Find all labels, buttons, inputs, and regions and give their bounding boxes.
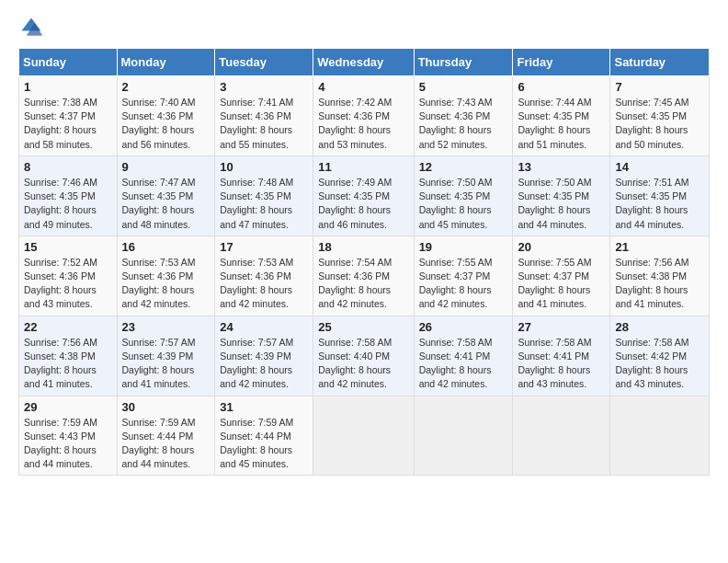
day-number: 9 xyxy=(122,160,210,174)
day-number: 23 xyxy=(122,320,210,334)
day-info: Sunrise: 7:57 AMSunset: 4:39 PMDaylight:… xyxy=(122,336,210,392)
day-number: 22 xyxy=(24,320,112,334)
dow-monday: Monday xyxy=(117,49,215,76)
dow-thursday: Thursday xyxy=(414,49,513,76)
calendar-week-row: 29Sunrise: 7:59 AMSunset: 4:43 PMDayligh… xyxy=(19,396,710,476)
calendar-week-row: 1Sunrise: 7:38 AMSunset: 4:37 PMDaylight… xyxy=(19,76,710,156)
day-info: Sunrise: 7:55 AMSunset: 4:37 PMDaylight:… xyxy=(518,256,605,312)
table-row: 1Sunrise: 7:38 AMSunset: 4:37 PMDaylight… xyxy=(19,76,118,156)
table-row: 12Sunrise: 7:50 AMSunset: 4:35 PMDayligh… xyxy=(414,155,513,236)
table-row: 2Sunrise: 7:40 AMSunset: 4:36 PMDaylight… xyxy=(117,76,215,156)
table-row xyxy=(610,396,710,476)
table-row: 30Sunrise: 7:59 AMSunset: 4:44 PMDayligh… xyxy=(117,396,215,476)
day-info: Sunrise: 7:48 AMSunset: 4:35 PMDaylight:… xyxy=(220,176,308,232)
day-number: 28 xyxy=(615,320,704,334)
day-number: 24 xyxy=(220,320,308,334)
dow-friday: Friday xyxy=(513,49,610,76)
table-row: 20Sunrise: 7:55 AMSunset: 4:37 PMDayligh… xyxy=(513,236,610,316)
day-number: 3 xyxy=(220,80,308,94)
table-row: 31Sunrise: 7:59 AMSunset: 4:44 PMDayligh… xyxy=(215,396,313,476)
dow-wednesday: Wednesday xyxy=(313,49,414,76)
day-info: Sunrise: 7:51 AMSunset: 4:35 PMDaylight:… xyxy=(615,176,704,232)
table-row: 14Sunrise: 7:51 AMSunset: 4:35 PMDayligh… xyxy=(610,155,710,236)
day-number: 16 xyxy=(122,240,210,254)
calendar-week-row: 15Sunrise: 7:52 AMSunset: 4:36 PMDayligh… xyxy=(19,236,710,316)
day-info: Sunrise: 7:59 AMSunset: 4:43 PMDaylight:… xyxy=(24,416,112,472)
day-number: 18 xyxy=(318,240,408,254)
table-row: 5Sunrise: 7:43 AMSunset: 4:36 PMDaylight… xyxy=(414,76,513,156)
table-row: 18Sunrise: 7:54 AMSunset: 4:36 PMDayligh… xyxy=(313,236,414,316)
table-row: 24Sunrise: 7:57 AMSunset: 4:39 PMDayligh… xyxy=(215,316,313,396)
day-info: Sunrise: 7:57 AMSunset: 4:39 PMDaylight:… xyxy=(220,336,308,392)
day-info: Sunrise: 7:58 AMSunset: 4:41 PMDaylight:… xyxy=(518,336,605,392)
table-row: 9Sunrise: 7:47 AMSunset: 4:35 PMDaylight… xyxy=(117,155,215,236)
day-number: 14 xyxy=(615,160,704,174)
table-row: 23Sunrise: 7:57 AMSunset: 4:39 PMDayligh… xyxy=(117,316,215,396)
logo xyxy=(18,15,48,40)
dow-tuesday: Tuesday xyxy=(215,49,313,76)
table-row: 26Sunrise: 7:58 AMSunset: 4:41 PMDayligh… xyxy=(414,316,513,396)
day-info: Sunrise: 7:42 AMSunset: 4:36 PMDaylight:… xyxy=(318,96,408,152)
table-row: 7Sunrise: 7:45 AMSunset: 4:35 PMDaylight… xyxy=(610,76,710,156)
day-info: Sunrise: 7:49 AMSunset: 4:35 PMDaylight:… xyxy=(318,176,408,232)
table-row xyxy=(313,396,414,476)
day-info: Sunrise: 7:54 AMSunset: 4:36 PMDaylight:… xyxy=(318,256,408,312)
dow-sunday: Sunday xyxy=(19,49,118,76)
calendar-week-row: 8Sunrise: 7:46 AMSunset: 4:35 PMDaylight… xyxy=(19,155,710,236)
table-row: 16Sunrise: 7:53 AMSunset: 4:36 PMDayligh… xyxy=(117,236,215,316)
day-info: Sunrise: 7:55 AMSunset: 4:37 PMDaylight:… xyxy=(419,256,508,312)
day-info: Sunrise: 7:41 AMSunset: 4:36 PMDaylight:… xyxy=(220,96,308,152)
table-row: 3Sunrise: 7:41 AMSunset: 4:36 PMDaylight… xyxy=(215,76,313,156)
day-number: 29 xyxy=(24,400,112,414)
day-number: 31 xyxy=(220,400,308,414)
day-number: 13 xyxy=(518,160,605,174)
day-number: 15 xyxy=(24,240,112,254)
table-row: 10Sunrise: 7:48 AMSunset: 4:35 PMDayligh… xyxy=(215,155,313,236)
table-row: 21Sunrise: 7:56 AMSunset: 4:38 PMDayligh… xyxy=(610,236,710,316)
day-number: 6 xyxy=(518,80,605,94)
day-info: Sunrise: 7:59 AMSunset: 4:44 PMDaylight:… xyxy=(122,416,210,472)
table-row: 11Sunrise: 7:49 AMSunset: 4:35 PMDayligh… xyxy=(313,155,414,236)
day-number: 2 xyxy=(122,80,210,94)
day-info: Sunrise: 7:58 AMSunset: 4:41 PMDaylight:… xyxy=(419,336,508,392)
day-info: Sunrise: 7:43 AMSunset: 4:36 PMDaylight:… xyxy=(419,96,508,152)
day-info: Sunrise: 7:50 AMSunset: 4:35 PMDaylight:… xyxy=(419,176,508,232)
day-info: Sunrise: 7:46 AMSunset: 4:35 PMDaylight:… xyxy=(24,176,112,232)
day-info: Sunrise: 7:38 AMSunset: 4:37 PMDaylight:… xyxy=(24,96,112,152)
day-info: Sunrise: 7:56 AMSunset: 4:38 PMDaylight:… xyxy=(24,336,112,392)
day-number: 27 xyxy=(518,320,605,334)
calendar-week-row: 22Sunrise: 7:56 AMSunset: 4:38 PMDayligh… xyxy=(19,316,710,396)
day-number: 7 xyxy=(615,80,704,94)
table-row xyxy=(513,396,610,476)
day-info: Sunrise: 7:59 AMSunset: 4:44 PMDaylight:… xyxy=(220,416,308,472)
table-row xyxy=(414,396,513,476)
table-row: 25Sunrise: 7:58 AMSunset: 4:40 PMDayligh… xyxy=(313,316,414,396)
day-number: 12 xyxy=(419,160,508,174)
day-number: 20 xyxy=(518,240,605,254)
calendar-table: SundayMondayTuesdayWednesdayThursdayFrid… xyxy=(18,48,710,476)
day-info: Sunrise: 7:45 AMSunset: 4:35 PMDaylight:… xyxy=(615,96,704,152)
calendar-body: 1Sunrise: 7:38 AMSunset: 4:37 PMDaylight… xyxy=(19,76,710,476)
day-info: Sunrise: 7:56 AMSunset: 4:38 PMDaylight:… xyxy=(615,256,704,312)
day-number: 30 xyxy=(122,400,210,414)
day-number: 17 xyxy=(220,240,308,254)
day-number: 1 xyxy=(24,80,112,94)
page-header xyxy=(18,15,710,40)
day-info: Sunrise: 7:58 AMSunset: 4:40 PMDaylight:… xyxy=(318,336,408,392)
day-number: 26 xyxy=(419,320,508,334)
day-info: Sunrise: 7:53 AMSunset: 4:36 PMDaylight:… xyxy=(220,256,308,312)
day-info: Sunrise: 7:58 AMSunset: 4:42 PMDaylight:… xyxy=(615,336,704,392)
table-row: 17Sunrise: 7:53 AMSunset: 4:36 PMDayligh… xyxy=(215,236,313,316)
day-number: 25 xyxy=(318,320,408,334)
table-row: 15Sunrise: 7:52 AMSunset: 4:36 PMDayligh… xyxy=(19,236,118,316)
table-row: 6Sunrise: 7:44 AMSunset: 4:35 PMDaylight… xyxy=(513,76,610,156)
dow-saturday: Saturday xyxy=(610,49,710,76)
day-number: 19 xyxy=(419,240,508,254)
day-info: Sunrise: 7:47 AMSunset: 4:35 PMDaylight:… xyxy=(122,176,210,232)
day-info: Sunrise: 7:52 AMSunset: 4:36 PMDaylight:… xyxy=(24,256,112,312)
day-number: 11 xyxy=(318,160,408,174)
day-of-week-header-row: SundayMondayTuesdayWednesdayThursdayFrid… xyxy=(19,49,710,76)
table-row: 28Sunrise: 7:58 AMSunset: 4:42 PMDayligh… xyxy=(610,316,710,396)
table-row: 29Sunrise: 7:59 AMSunset: 4:43 PMDayligh… xyxy=(19,396,118,476)
day-number: 21 xyxy=(615,240,704,254)
